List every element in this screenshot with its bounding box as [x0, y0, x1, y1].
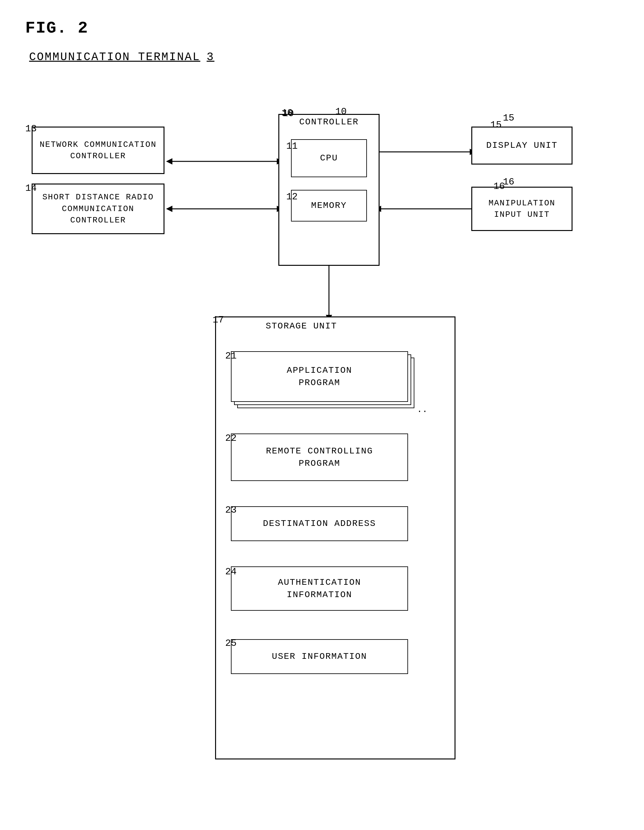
- cpu-ref: 11: [286, 141, 297, 152]
- storage-unit-label: STORAGE UNIT: [266, 321, 337, 331]
- application-label: APPLICATIONPROGRAM: [287, 364, 352, 389]
- display-unit-label: DISPLAY UNIT: [486, 139, 558, 152]
- authentication-label: AUTHENTICATIONINFORMATION: [278, 576, 361, 601]
- cpu-box: CPU: [291, 139, 367, 177]
- short-distance-label: SHORT DISTANCE RADIOCOMMUNICATION CONTRO…: [33, 192, 163, 226]
- remote-controlling-label: REMOTE CONTROLLINGPROGRAM: [266, 445, 373, 470]
- display-unit-box: DISPLAY UNIT: [471, 127, 573, 165]
- application-ref: 21: [225, 351, 237, 361]
- remote-controlling-box: REMOTE CONTROLLINGPROGRAM: [231, 434, 408, 481]
- ref-16: 16: [503, 177, 514, 187]
- stacked-dots: ··: [417, 407, 428, 417]
- authentication-box: AUTHENTICATIONINFORMATION: [231, 566, 408, 611]
- authentication-ref: 24: [225, 566, 237, 577]
- manipulation-box: MANIPULATIONINPUT UNIT: [471, 187, 573, 231]
- svg-marker-1: [166, 158, 172, 165]
- network-comm-ref: 13: [25, 124, 37, 134]
- remote-controlling-ref: 22: [225, 433, 237, 444]
- network-comm-label: NETWORK COMMUNICATIONCONTROLLER: [40, 139, 157, 162]
- memory-ref: 12: [286, 192, 297, 202]
- ref-10: 10: [335, 106, 347, 117]
- storage-unit-ref: 17: [212, 315, 224, 325]
- user-information-ref: 25: [225, 638, 237, 649]
- user-information-box: USER INFORMATION: [231, 639, 408, 674]
- memory-box: MEMORY: [291, 190, 367, 222]
- ref-15: 15: [503, 112, 514, 124]
- user-information-label: USER INFORMATION: [272, 650, 367, 663]
- svg-marker-4: [166, 206, 172, 212]
- short-distance-ref: 14: [25, 183, 37, 194]
- display-unit-ref: 15: [490, 120, 502, 130]
- figure-title: FIG. 2: [25, 19, 88, 38]
- application-box: APPLICATIONPROGRAM: [231, 351, 408, 402]
- memory-label: MEMORY: [311, 200, 347, 212]
- terminal-label: COMMUNICATION TERMINAL3: [25, 51, 214, 63]
- short-distance-box: SHORT DISTANCE RADIOCOMMUNICATION CONTRO…: [32, 184, 165, 234]
- cpu-label: CPU: [320, 152, 338, 164]
- network-comm-box: NETWORK COMMUNICATIONCONTROLLER: [32, 127, 165, 174]
- controller-label: CONTROLLER: [278, 117, 380, 127]
- manipulation-label: MANIPULATIONINPUT UNIT: [488, 198, 555, 220]
- destination-address-label: DESTINATION ADDRESS: [263, 517, 376, 530]
- destination-address-ref: 23: [225, 505, 237, 515]
- destination-address-box: DESTINATION ADDRESS: [231, 506, 408, 541]
